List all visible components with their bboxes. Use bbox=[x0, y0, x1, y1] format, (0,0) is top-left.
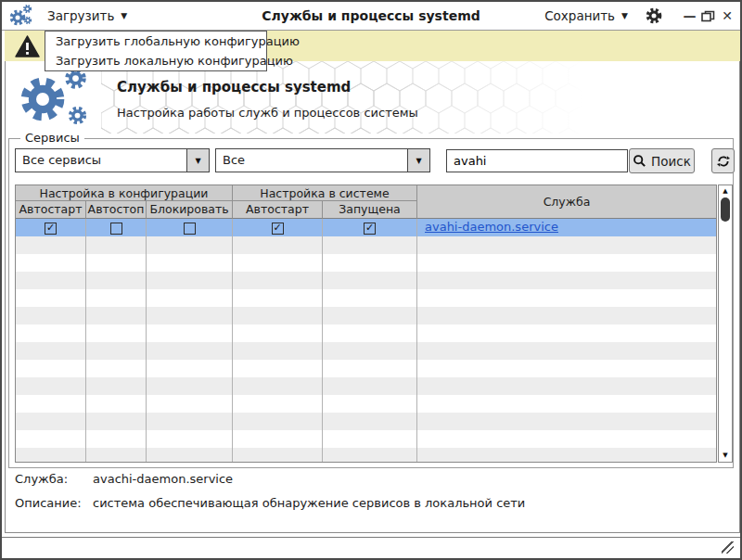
search-button[interactable]: Поиск bbox=[629, 148, 695, 173]
details-panel: Служба: avachi-daemon.service Описание: … bbox=[15, 472, 525, 520]
table-empty-rows bbox=[16, 236, 716, 463]
check-cell[interactable]: ✓ bbox=[233, 219, 323, 236]
header-config-group[interactable]: Настройка в конфигурации bbox=[16, 185, 233, 201]
table-row-empty[interactable] bbox=[16, 254, 716, 272]
banner-subtitle: Настройка работы служб и процессов систе… bbox=[117, 106, 418, 120]
search-input[interactable] bbox=[446, 149, 628, 172]
table-row-empty[interactable] bbox=[16, 289, 716, 307]
warning-triangle-icon bbox=[15, 35, 40, 57]
services-table: Настройка в конфигурации Настройка в сис… bbox=[15, 185, 717, 463]
check-cell[interactable] bbox=[86, 219, 147, 236]
refresh-icon bbox=[716, 154, 731, 169]
table-row-empty[interactable] bbox=[16, 413, 716, 430]
check-cell[interactable]: ✓ bbox=[323, 219, 417, 236]
chevron-down-icon: ▼ bbox=[121, 11, 127, 20]
table-row-empty[interactable] bbox=[16, 377, 716, 395]
service-detail-value: avachi-daemon.service bbox=[93, 472, 233, 486]
refresh-button[interactable] bbox=[711, 148, 735, 173]
statusbar bbox=[2, 537, 740, 558]
header-system-running[interactable]: Запущена bbox=[323, 201, 417, 219]
table-header: Настройка в конфигурации Настройка в сис… bbox=[16, 185, 716, 219]
description-value: система обеспечивающая обнаружение серви… bbox=[93, 496, 525, 510]
service-state-value: Все bbox=[216, 149, 407, 172]
checkbox[interactable]: ✓ bbox=[272, 223, 284, 235]
resize-grip[interactable] bbox=[722, 541, 734, 554]
checkbox[interactable]: ✓ bbox=[45, 223, 57, 235]
table-row-selected[interactable]: ✓ ✓ ✓ avahi-daemon.service bbox=[16, 219, 716, 236]
chevron-down-icon[interactable]: ▼ bbox=[186, 149, 209, 172]
description-label: Описание: bbox=[15, 496, 93, 510]
table-row-empty[interactable] bbox=[16, 448, 716, 463]
table-row-empty[interactable] bbox=[16, 325, 716, 342]
app-gears-icon bbox=[8, 4, 36, 28]
load-dropdown-menu: Загрузить глобальную конфигурацию Загруз… bbox=[45, 31, 267, 71]
table-row-empty[interactable] bbox=[16, 395, 716, 413]
chevron-down-icon: ▼ bbox=[621, 11, 628, 20]
table-row-empty[interactable] bbox=[16, 430, 716, 448]
maximize-button[interactable] bbox=[701, 10, 715, 22]
service-type-value: Все сервисы bbox=[16, 149, 186, 172]
checkbox[interactable] bbox=[110, 223, 122, 235]
save-menu-label: Сохранить bbox=[544, 8, 615, 23]
chevron-down-icon[interactable]: ▼ bbox=[407, 149, 429, 172]
service-state-select[interactable]: Все ▼ bbox=[215, 148, 430, 172]
load-menu[interactable]: Загрузить ▼ bbox=[47, 8, 127, 23]
menu-item-load-local[interactable]: Загрузить локальную конфигурацию bbox=[45, 51, 266, 70]
header-config-autostart[interactable]: Автостарт bbox=[16, 201, 86, 219]
check-cell[interactable]: ✓ bbox=[16, 219, 86, 236]
search-icon bbox=[633, 154, 646, 168]
load-menu-label: Загрузить bbox=[47, 8, 114, 23]
checkbox[interactable] bbox=[184, 223, 196, 235]
menu-item-load-global[interactable]: Загрузить глобальную конфигурацию bbox=[45, 32, 266, 51]
vertical-scrollbar[interactable]: ▲ ▼ bbox=[718, 185, 733, 463]
app-window: Загрузить ▼ Службы и процессы systemd Со… bbox=[0, 0, 742, 560]
service-type-select[interactable]: Все сервисы ▼ bbox=[15, 148, 210, 172]
app-logo-gears-icon bbox=[17, 66, 102, 131]
table-row-empty[interactable] bbox=[16, 236, 716, 254]
scrollbar-thumb[interactable] bbox=[721, 197, 730, 222]
save-menu[interactable]: Сохранить ▼ bbox=[544, 8, 628, 23]
header-config-autostop[interactable]: Автостоп bbox=[86, 201, 147, 219]
settings-gear-icon[interactable] bbox=[645, 6, 663, 25]
minimize-button[interactable]: — bbox=[682, 8, 697, 23]
titlebar: Загрузить ▼ Службы и процессы systemd Со… bbox=[2, 2, 740, 31]
search-button-label: Поиск bbox=[651, 154, 691, 169]
table-row-empty[interactable] bbox=[16, 360, 716, 377]
service-link[interactable]: avahi-daemon.service bbox=[425, 220, 558, 234]
services-groupbox: Сервисы Все сервисы ▼ Все ▼ Поиск bbox=[8, 138, 734, 468]
header-system-autostart[interactable]: Автостарт bbox=[233, 201, 323, 219]
hexagon-fade bbox=[101, 61, 602, 134]
header-banner: Службы и процессы systemd Настройка рабо… bbox=[6, 61, 739, 134]
scroll-up-icon[interactable]: ▲ bbox=[719, 185, 732, 197]
checkbox[interactable]: ✓ bbox=[364, 223, 376, 235]
service-detail-label: Служба: bbox=[15, 472, 93, 486]
table-row-empty[interactable] bbox=[16, 272, 716, 289]
check-cell[interactable] bbox=[147, 219, 233, 236]
header-config-block[interactable]: Блокировать bbox=[147, 201, 233, 219]
scroll-down-icon[interactable]: ▼ bbox=[719, 450, 732, 462]
close-button[interactable]: ✕ bbox=[720, 8, 735, 23]
banner-title: Службы и процессы systemd bbox=[117, 79, 351, 95]
table-row-empty[interactable] bbox=[16, 342, 716, 360]
table-row-empty[interactable] bbox=[16, 307, 716, 325]
header-system-group[interactable]: Настройка в системе bbox=[233, 185, 417, 201]
